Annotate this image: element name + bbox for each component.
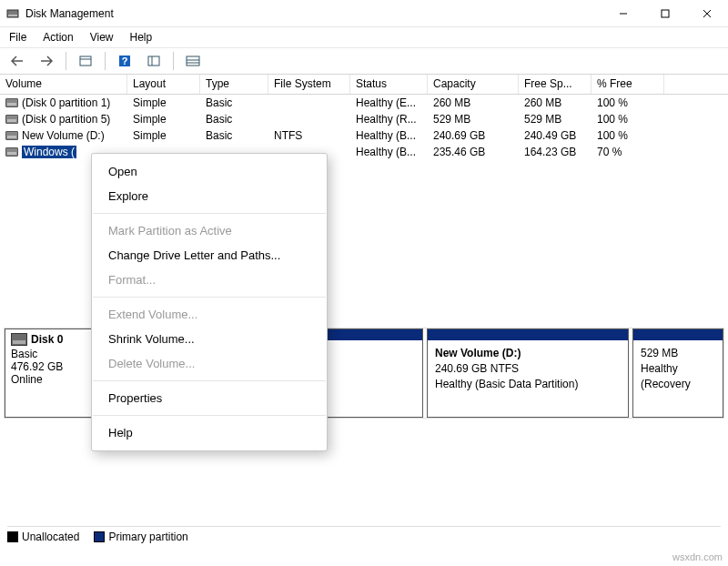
cell-type: Basic	[200, 96, 268, 110]
ctx-format: Format...	[92, 268, 327, 292]
ctx-open[interactable]: Open	[92, 159, 327, 184]
table-row[interactable]: (Disk 0 partition 5) Simple Basic Health…	[0, 111, 728, 127]
ctx-separator	[93, 415, 326, 416]
cell-volume: New Volume (D:)	[22, 129, 105, 142]
cell-fs	[268, 102, 350, 104]
svg-rect-10	[148, 56, 159, 66]
disk-label: Disk 0	[31, 333, 63, 346]
ctx-separator	[93, 297, 326, 298]
table-row[interactable]: New Volume (D:) Simple Basic NTFS Health…	[0, 127, 728, 144]
help-button[interactable]: ?	[113, 50, 136, 72]
col-status[interactable]: Status	[350, 75, 428, 94]
ctx-mark-active: Mark Partition as Active	[92, 218, 327, 243]
partition-line: Healthy (Basic Data Partition)	[435, 377, 621, 392]
toolbar-list-button[interactable]	[142, 50, 166, 72]
maximize-button[interactable]	[644, 0, 686, 27]
volume-list: (Disk 0 partition 1) Simple Basic Health…	[0, 95, 728, 160]
col-filesystem[interactable]: File System	[268, 75, 350, 94]
svg-rect-1	[8, 15, 17, 16]
ctx-help[interactable]: Help	[92, 420, 327, 445]
col-type[interactable]: Type	[200, 75, 268, 94]
minimize-button[interactable]	[602, 0, 644, 27]
legend-label: Primary partition	[108, 531, 187, 543]
cell-pct: 70 %	[592, 145, 664, 159]
disk-size: 476.92 GB	[11, 360, 98, 373]
volume-icon	[5, 115, 18, 124]
partition-line: 240.69 GB NTFS	[435, 361, 621, 377]
partition-block[interactable]: 529 MB Healthy (Recovery	[632, 328, 723, 418]
cell-cap: 260 MB	[428, 96, 519, 110]
cell-status: Healthy (E...	[350, 96, 428, 110]
cell-status: Healthy (B...	[350, 128, 428, 143]
forward-button[interactable]	[35, 50, 58, 72]
ctx-separator	[93, 213, 326, 214]
legend-primary: Primary partition	[94, 531, 187, 543]
partition-line: 529 MB	[641, 346, 715, 361]
cell-type: Basic	[200, 112, 268, 126]
close-button[interactable]	[686, 0, 728, 27]
ctx-change-letter[interactable]: Change Drive Letter and Paths...	[92, 243, 327, 268]
volume-icon	[5, 147, 18, 157]
cell-layout: Simple	[127, 96, 200, 110]
partition-header	[428, 329, 628, 340]
legend-label: Unallocated	[22, 531, 79, 543]
cell-type: Basic	[200, 128, 268, 143]
cell-status: Healthy (R...	[350, 112, 428, 126]
col-layout[interactable]: Layout	[127, 75, 200, 94]
volume-icon	[5, 98, 18, 107]
ctx-explore[interactable]: Explore	[92, 184, 327, 208]
svg-rect-3	[662, 10, 669, 17]
cell-fs	[268, 118, 350, 120]
cell-cap: 240.69 GB	[428, 128, 519, 143]
col-pct[interactable]: % Free	[592, 75, 664, 94]
cell-free: 529 MB	[519, 112, 592, 126]
context-menu: Open Explore Mark Partition as Active Ch…	[91, 153, 328, 451]
partition-block[interactable]: New Volume (D:) 240.69 GB NTFS Healthy (…	[427, 328, 629, 418]
ctx-properties[interactable]: Properties	[92, 386, 327, 410]
cell-volume: (Disk 0 partition 5)	[22, 113, 110, 126]
menu-help[interactable]: Help	[130, 31, 153, 44]
table-row[interactable]: (Disk 0 partition 1) Simple Basic Health…	[0, 95, 728, 111]
disk-info[interactable]: Disk 0 Basic 476.92 GB Online	[5, 328, 105, 418]
cell-volume: (Disk 0 partition 1)	[22, 96, 110, 109]
partition-title: New Volume (D:)	[435, 346, 621, 361]
cell-layout: Simple	[127, 112, 200, 126]
cell-fs: NTFS	[268, 128, 350, 143]
svg-text:?: ?	[122, 56, 128, 66]
col-free[interactable]: Free Sp...	[519, 75, 592, 94]
disk-type: Basic	[11, 348, 98, 360]
menu-file[interactable]: File	[9, 31, 26, 44]
ctx-shrink[interactable]: Shrink Volume...	[92, 327, 327, 351]
menu-action[interactable]: Action	[43, 31, 73, 44]
cell-volume: Windows (	[22, 146, 76, 158]
cell-status: Healthy (B...	[350, 145, 428, 159]
cell-free: 260 MB	[519, 96, 592, 110]
cell-cap: 235.46 GB	[428, 145, 519, 159]
watermark: wsxdn.com	[672, 551, 723, 562]
svg-rect-6	[80, 56, 91, 66]
titlebar: Disk Management	[0, 0, 728, 27]
col-capacity[interactable]: Capacity	[428, 75, 519, 94]
disk-icon	[11, 333, 27, 346]
legend: Unallocated Primary partition	[7, 526, 721, 546]
cell-pct: 100 %	[592, 96, 664, 110]
legend-unallocated: Unallocated	[7, 531, 79, 543]
toolbar-view-button[interactable]	[74, 50, 97, 72]
menu-view[interactable]: View	[90, 31, 114, 44]
partition-line: Healthy (Recovery	[641, 361, 715, 392]
cell-free: 240.49 GB	[519, 128, 592, 143]
window-title: Disk Management	[25, 7, 114, 20]
cell-free: 164.23 GB	[519, 145, 592, 159]
cell-pct: 100 %	[592, 128, 664, 143]
partition-header	[633, 329, 723, 340]
toolbar-detail-button[interactable]	[181, 50, 205, 72]
column-headers: Volume Layout Type File System Status Ca…	[0, 75, 728, 95]
back-button[interactable]	[5, 50, 29, 72]
svg-rect-12	[187, 56, 199, 66]
cell-cap: 529 MB	[428, 112, 519, 126]
col-volume[interactable]: Volume	[0, 75, 127, 94]
ctx-separator	[93, 380, 326, 381]
menubar: File Action View Help	[0, 27, 728, 47]
cell-pct: 100 %	[592, 112, 664, 126]
disk-state: Online	[11, 373, 98, 386]
